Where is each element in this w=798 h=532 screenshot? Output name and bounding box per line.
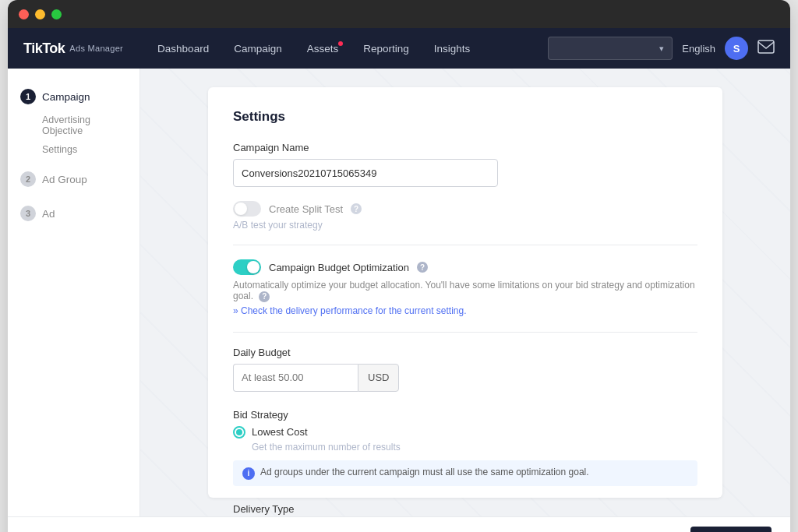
maximize-button[interactable] [51, 9, 62, 19]
sidebar: 1 Campaign Advertising Objective Setting… [8, 69, 140, 516]
bid-info-text: Ad groups under the current campaign mus… [260, 467, 589, 477]
step-number-ad: 3 [20, 206, 36, 221]
lowest-cost-hint: Get the maximum number of results [252, 442, 697, 453]
separator-1 [233, 245, 697, 245]
nav-campaign[interactable]: Campaign [224, 38, 291, 59]
split-test-toggle[interactable] [233, 201, 261, 217]
main-layout: 1 Campaign Advertising Objective Setting… [8, 69, 790, 516]
continue-button[interactable]: Continue [690, 527, 772, 532]
cbo-help-icon[interactable]: ? [417, 262, 428, 273]
chevron-down-icon: ▾ [659, 44, 664, 54]
split-test-row: Create Split Test ? [233, 201, 697, 217]
cbo-link[interactable]: Check the delivery performance for the c… [233, 305, 697, 316]
lowest-cost-radio[interactable] [233, 426, 245, 439]
bid-strategy-label: Bid Strategy [233, 409, 697, 421]
step-label-campaign: Campaign [42, 91, 90, 103]
bid-strategy-section: Bid Strategy Lowest Cost Get the maximum… [233, 409, 697, 486]
cbo-label: Campaign Budget Optimization [269, 262, 409, 273]
assets-dot [338, 41, 343, 46]
cbo-toggle[interactable] [233, 259, 261, 275]
content-area: Settings Campaign Name Create Split Test… [140, 69, 790, 516]
top-nav: TikTok Ads Manager Dashboard Campaign As… [8, 28, 790, 69]
cbo-desc-help-icon[interactable]: ? [259, 291, 270, 302]
bid-radio-row: Lowest Cost [233, 426, 697, 439]
step-number-campaign: 1 [20, 89, 36, 104]
split-test-label: Create Split Test [269, 203, 343, 215]
step-number-adgroup: 2 [20, 171, 36, 187]
app-window: TikTok Ads Manager Dashboard Campaign As… [8, 0, 790, 532]
split-test-help-icon[interactable]: ? [351, 203, 362, 214]
sidebar-sub-advertising-objective[interactable]: Advertising Objective [8, 111, 139, 140]
footer: Continue [8, 516, 790, 532]
delivery-type-section: Delivery Type Standard Your budget will … [233, 503, 697, 517]
budget-row: USD [233, 364, 697, 392]
budget-currency: USD [358, 364, 399, 392]
step-label-adgroup: Ad Group [42, 174, 87, 185]
sidebar-step-adgroup[interactable]: 2 Ad Group [8, 165, 139, 193]
daily-budget-label: Daily Budget [233, 347, 697, 358]
campaign-name-label: Campaign Name [233, 142, 697, 153]
nav-items: Dashboard Campaign Assets Reporting Insi… [148, 38, 548, 59]
minimize-button[interactable] [35, 9, 45, 19]
cbo-row: Campaign Budget Optimization ? [233, 259, 697, 275]
campaign-name-input[interactable] [233, 159, 498, 187]
logo-subtext: Ads Manager [69, 44, 123, 53]
svg-rect-0 [758, 41, 774, 53]
section-title: Settings [233, 109, 697, 125]
split-test-hint: A/B test your strategy [233, 220, 697, 231]
nav-reporting[interactable]: Reporting [354, 38, 418, 59]
separator-2 [233, 332, 697, 333]
nav-right: ▾ English S [548, 37, 775, 60]
nav-dashboard[interactable]: Dashboard [148, 38, 218, 59]
sidebar-sub-settings[interactable]: Settings [8, 140, 139, 159]
sidebar-step-ad[interactable]: 3 Ad [8, 199, 139, 227]
nav-insights[interactable]: Insights [425, 38, 480, 59]
close-button[interactable] [19, 9, 29, 19]
step-label-ad: Ad [42, 208, 55, 220]
logo-text: TikTok [23, 41, 65, 57]
sidebar-step-campaign[interactable]: 1 Campaign [8, 83, 139, 111]
delivery-type-label: Delivery Type [233, 503, 697, 515]
logo: TikTok Ads Manager [23, 41, 123, 57]
bid-info-row: i Ad groups under the current campaign m… [233, 460, 697, 486]
nav-assets[interactable]: Assets [298, 38, 348, 59]
lowest-cost-label: Lowest Cost [252, 426, 308, 438]
language-selector[interactable]: English [682, 43, 715, 55]
form-panel: Settings Campaign Name Create Split Test… [208, 87, 722, 498]
budget-input[interactable] [233, 364, 358, 392]
titlebar [8, 0, 790, 28]
avatar: S [725, 37, 748, 60]
mail-icon[interactable] [757, 40, 775, 58]
nav-search[interactable]: ▾ [548, 37, 673, 60]
cbo-description: Automatically optimize your budget alloc… [233, 280, 697, 302]
info-icon: i [242, 467, 255, 480]
